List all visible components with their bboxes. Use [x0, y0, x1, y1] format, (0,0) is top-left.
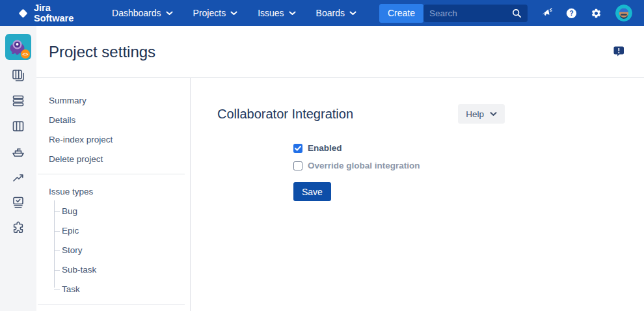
content-panel: Collaborator Integration Help Enabled [191, 78, 644, 311]
user-avatar[interactable] [615, 5, 632, 21]
help-icon[interactable]: ? [566, 8, 577, 19]
chevron-down-icon [349, 11, 356, 16]
svg-text:<>: <> [23, 51, 29, 57]
settings-body: Summary Details Re-index project Delete … [36, 78, 644, 311]
app-body: <> [0, 26, 644, 311]
project-settings-sidebar: Summary Details Re-index project Delete … [36, 78, 191, 311]
jira-diamond-icon [18, 8, 29, 19]
jira-logo[interactable]: Jira Software [18, 3, 88, 23]
top-navigation-bar: Jira Software Dashboards Projects Issues… [0, 0, 644, 26]
help-button[interactable]: Help [458, 104, 505, 124]
page-title: Project settings [49, 43, 155, 61]
brand-label: Jira Software [34, 3, 88, 23]
sidebar-item-sub-task[interactable]: Sub-task [36, 260, 190, 280]
announcements-icon[interactable] [541, 8, 552, 18]
sidebar-item-details[interactable]: Details [36, 111, 190, 130]
project-nav-icons [11, 68, 25, 235]
sidebar-item-task[interactable]: Task [36, 280, 190, 299]
override-global-integration-checkbox[interactable] [293, 161, 302, 170]
sidebar-item-delete-project[interactable]: Delete project [36, 150, 190, 169]
backlog-icon[interactable] [11, 68, 25, 83]
sidebar-item-bug[interactable]: Bug [36, 202, 190, 221]
issue-types-tree: Bug Epic Story Sub-task Task [36, 202, 190, 299]
project-avatar[interactable]: <> [5, 34, 31, 60]
menu-dashboards[interactable]: Dashboards [112, 8, 173, 18]
project-icon-strip: <> [0, 26, 36, 311]
chevron-down-icon [230, 11, 237, 16]
enabled-label: Enabled [308, 143, 342, 153]
sidebar-item-epic[interactable]: Epic [36, 221, 190, 241]
svg-text:?: ? [569, 10, 573, 17]
menu-projects[interactable]: Projects [193, 8, 238, 18]
override-global-integration-label: Override global integration [308, 161, 420, 170]
sidebar-item-issue-types[interactable]: Issue types [36, 182, 190, 202]
create-button[interactable]: Create [379, 4, 423, 23]
menu-issues[interactable]: Issues [258, 8, 295, 18]
sprints-icon[interactable] [11, 94, 25, 108]
sidebar-item-summary[interactable]: Summary [36, 91, 190, 111]
settings-gear-icon[interactable] [591, 8, 602, 19]
releases-icon[interactable] [11, 144, 25, 159]
sidebar-item-reindex-project[interactable]: Re-index project [36, 130, 190, 150]
override-row: Override global integration [293, 161, 505, 170]
enabled-row: Enabled [293, 143, 505, 153]
search-icon[interactable] [512, 8, 522, 18]
nav-right-cluster: ? [423, 5, 632, 22]
search-input[interactable] [429, 8, 512, 18]
main-menu: Dashboards Projects Issues Boards [112, 8, 356, 18]
sidebar-item-story[interactable]: Story [36, 241, 190, 260]
search-box[interactable] [423, 5, 528, 22]
chevron-down-icon [166, 11, 173, 16]
content-title: Collaborator Integration [217, 107, 353, 122]
main-column: Project settings Summary Details Re-inde… [36, 26, 644, 311]
issues-icon[interactable] [11, 195, 25, 210]
chevron-down-icon [490, 112, 497, 116]
save-button[interactable]: Save [293, 182, 331, 201]
menu-boards[interactable]: Boards [316, 8, 356, 18]
feedback-icon[interactable] [613, 46, 624, 57]
page-header: Project settings [36, 26, 644, 77]
board-icon[interactable] [11, 119, 25, 133]
reports-icon[interactable] [11, 170, 25, 184]
addons-icon[interactable] [11, 221, 25, 235]
integration-form: Enabled Override global integration Save [293, 143, 505, 201]
sidebar-divider [38, 304, 185, 305]
sidebar-divider [38, 174, 185, 174]
chevron-down-icon [289, 11, 296, 16]
content-header: Collaborator Integration Help [217, 104, 505, 124]
enabled-checkbox[interactable] [293, 144, 302, 153]
